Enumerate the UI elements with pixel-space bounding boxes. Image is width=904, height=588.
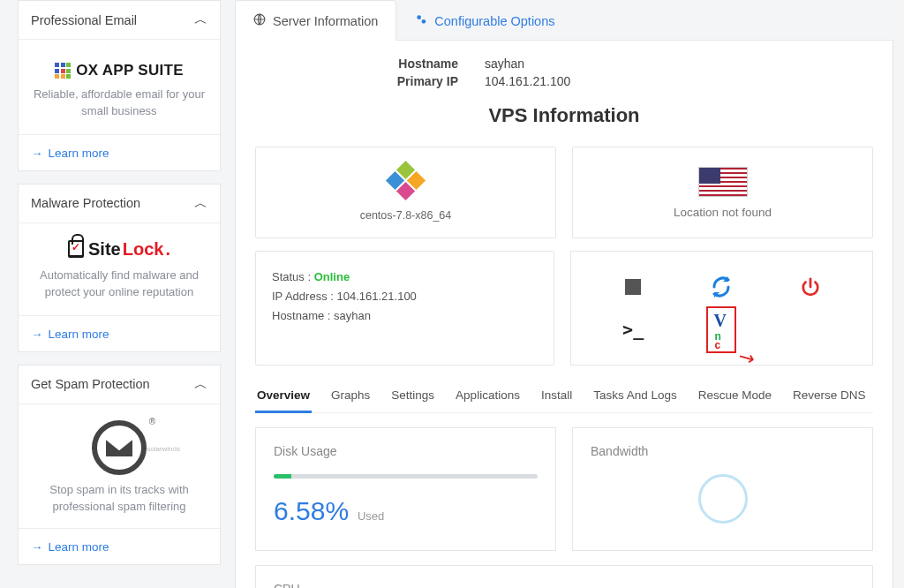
tab-label: Configurable Options [434, 14, 554, 28]
disk-usage-card: Disk Usage 6.58% Used [255, 427, 556, 551]
subtab-graphs[interactable]: Graphs [329, 381, 372, 412]
widget-body-malware: SiteLock. Automatically find malware and… [19, 222, 220, 315]
tab-configurable-options[interactable]: Configurable Options [396, 0, 573, 41]
os-name: centos-7.8-x86_64 [272, 209, 539, 222]
us-flag-icon [698, 167, 748, 197]
learn-more-link-email[interactable]: → Learn more [31, 147, 109, 160]
status-value: Online [314, 270, 350, 283]
subtab-install[interactable]: Install [539, 381, 574, 412]
widget-desc: Automatically find malware and protect y… [29, 268, 209, 301]
brand-watermark: solarwinds [147, 445, 180, 453]
cpu-label: CPU [274, 582, 855, 588]
terminal-icon: >_ [622, 319, 644, 340]
host-label: Hostname : [272, 309, 330, 322]
subtab-rescue-mode[interactable]: Rescue Mode [697, 381, 773, 412]
disk-bar [274, 474, 538, 479]
registered-mark-icon: ® [149, 417, 155, 426]
ox-app-suite-logo: OX APP SUITE [55, 62, 184, 79]
stop-icon [625, 279, 641, 295]
vnc-button[interactable]: Vnc ↘ [706, 314, 736, 344]
power-icon [801, 277, 820, 297]
svg-point-2 [422, 19, 426, 24]
callout-arrow-icon: ↘ [734, 343, 759, 372]
arrow-right-icon: → [31, 540, 43, 554]
chevron-up-icon: ︿ [194, 11, 207, 28]
primary-ip-label: Primary IP [352, 74, 485, 88]
bandwidth-card: Bandwidth [572, 427, 873, 551]
status-label: Status : [272, 270, 311, 283]
basic-info: Hostname sayhan Primary IP 104.161.21.10… [352, 57, 776, 88]
svg-point-1 [418, 15, 422, 19]
widget-body-email: OX APP SUITE Reliable, affordable email … [19, 39, 220, 134]
top-tabs: Server Information Configurable Options [235, 0, 893, 41]
widget-malware-protection: Malware Protection ︿ SiteLock. Automatic… [18, 184, 221, 352]
server-info-panel: Hostname sayhan Primary IP 104.161.21.10… [235, 40, 893, 588]
envelope-icon [104, 437, 134, 458]
subtab-settings[interactable]: Settings [389, 381, 436, 412]
ox-logo-text: OX APP SUITE [76, 62, 184, 79]
tab-server-information[interactable]: Server Information [235, 0, 396, 41]
widget-header-spam[interactable]: Get Spam Protection ︿ [19, 366, 220, 403]
power-button[interactable] [795, 272, 825, 302]
ip-label: IP Address : [272, 290, 334, 303]
status-card: Status : Online IP Address : 104.161.21.… [255, 251, 554, 366]
tab-label: Server Information [273, 14, 378, 28]
sitelock-logo: SiteLock. [68, 239, 170, 260]
subtab-tasks-logs[interactable]: Tasks And Logs [591, 381, 679, 412]
subtab-applications[interactable]: Applications [454, 381, 522, 412]
vps-subtabs: Overview Graphs Settings Applications In… [255, 381, 873, 413]
subtab-reverse-dns[interactable]: Reverse DNS [791, 381, 868, 412]
vnc-icon: Vnc ↘ [706, 306, 736, 353]
padlock-icon [68, 240, 84, 258]
widget-header-email[interactable]: Professional Email ︿ [19, 1, 220, 39]
bandwidth-ring-icon [698, 474, 748, 524]
widget-title: Malware Protection [31, 196, 140, 210]
grid-dots-icon [55, 63, 71, 79]
ip-value: 104.161.21.100 [336, 290, 416, 303]
primary-ip-value: 104.161.21.100 [485, 74, 570, 88]
main-content: Server Information Configurable Options … [228, 0, 904, 588]
widget-desc: Reliable, affordable email for your smal… [29, 87, 209, 120]
cpu-card: CPU 57.6% [255, 565, 873, 588]
sidebar: Professional Email ︿ OX APP SUITE Reliab… [0, 0, 228, 588]
disk-percent: 6.58% [274, 496, 349, 525]
os-card: centos-7.8-x86_64 [255, 147, 556, 238]
bandwidth-label: Bandwidth [591, 444, 855, 458]
hostname-value: sayhan [485, 57, 524, 71]
mail-circle-icon [92, 420, 147, 475]
hostname-label: Hostname [352, 57, 485, 71]
disk-bar-fill [274, 474, 291, 479]
location-text: Location not found [589, 206, 856, 219]
learn-more-label: Learn more [49, 147, 109, 160]
chevron-up-icon: ︿ [194, 195, 207, 212]
gears-icon [415, 13, 427, 28]
restart-button[interactable] [706, 272, 736, 302]
location-card: Location not found [572, 147, 873, 238]
learn-more-link-spam[interactable]: → Learn more [31, 540, 109, 554]
subtab-overview[interactable]: Overview [255, 381, 312, 412]
arrow-right-icon: → [31, 147, 43, 160]
widget-desc: Stop spam in its tracks with professiona… [29, 482, 209, 516]
centos-icon [388, 163, 424, 199]
sitelock-lock: Lock [123, 239, 164, 260]
disk-used-label: Used [358, 509, 384, 523]
vps-heading: VPS Information [255, 104, 873, 127]
learn-more-label: Learn more [49, 328, 109, 341]
widget-spam-protection: Get Spam Protection ︿ ® solarwinds Stop … [18, 365, 221, 565]
arrow-right-icon: → [31, 328, 43, 341]
action-placeholder [795, 314, 825, 344]
vps-actions: >_ Vnc ↘ [570, 251, 873, 366]
widget-title: Professional Email [31, 13, 137, 27]
disk-label: Disk Usage [274, 444, 538, 458]
stop-button[interactable] [618, 272, 648, 302]
globe-icon [253, 13, 266, 28]
console-button[interactable]: >_ [618, 314, 648, 344]
widget-title: Get Spam Protection [31, 377, 150, 391]
sitelock-site: Site [88, 239, 121, 260]
learn-more-label: Learn more [49, 540, 109, 554]
chevron-up-icon: ︿ [194, 376, 207, 393]
host-value: sayhan [334, 309, 371, 322]
widget-professional-email: Professional Email ︿ OX APP SUITE Reliab… [18, 0, 221, 171]
learn-more-link-malware[interactable]: → Learn more [31, 328, 109, 341]
widget-header-malware[interactable]: Malware Protection ︿ [19, 185, 220, 222]
